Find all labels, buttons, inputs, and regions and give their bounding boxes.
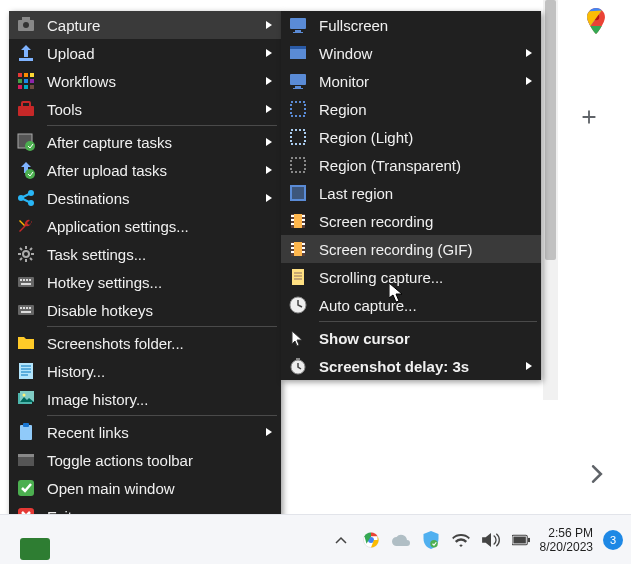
svg-rect-84: [513, 536, 525, 543]
svg-rect-47: [293, 32, 303, 33]
svg-rect-46: [295, 30, 301, 32]
menu-item-label: Workflows: [47, 73, 257, 90]
cursor-icon: [289, 329, 307, 347]
svg-rect-5: [18, 73, 22, 77]
menu-item[interactable]: Show cursor: [281, 324, 541, 352]
menu-item[interactable]: Application settings...: [9, 212, 281, 240]
svg-rect-85: [528, 537, 530, 541]
menu-item[interactable]: Upload: [9, 39, 281, 67]
menu-item[interactable]: Screen recording: [281, 207, 541, 235]
menu-item[interactable]: Monitor: [281, 67, 541, 95]
submenu-arrow-icon: [265, 427, 273, 437]
menu-item[interactable]: Tools: [9, 95, 281, 123]
menu-item[interactable]: Region (Light): [281, 123, 541, 151]
svg-rect-2: [22, 17, 30, 21]
wifi-icon[interactable]: [452, 531, 470, 549]
notification-badge[interactable]: 3: [603, 530, 623, 550]
svg-rect-64: [302, 215, 305, 217]
volume-icon[interactable]: [482, 531, 500, 549]
svg-point-3: [23, 22, 29, 28]
menu-item[interactable]: Recent links: [9, 418, 281, 446]
add-button[interactable]: [578, 106, 602, 130]
menu-separator: [47, 125, 277, 126]
images-icon: [17, 390, 35, 408]
keyboard-icon: [17, 273, 35, 291]
menu-item-label: Toggle actions toolbar: [47, 452, 273, 469]
menu-item-label: Recent links: [47, 424, 257, 441]
menu-item[interactable]: Hotkey settings...: [9, 268, 281, 296]
tray-chevron-up-icon[interactable]: [332, 531, 350, 549]
menu-item-label: Window: [319, 45, 517, 62]
svg-rect-39: [20, 425, 32, 440]
chevron-right-icon[interactable]: [583, 460, 611, 488]
menu-item[interactable]: Fullscreen: [281, 11, 541, 39]
svg-rect-62: [291, 219, 294, 221]
svg-rect-56: [291, 186, 305, 200]
svg-rect-9: [24, 79, 28, 83]
submenu-arrow-icon: [265, 137, 273, 147]
menu-item[interactable]: Auto capture...: [281, 291, 541, 319]
chrome-icon[interactable]: [362, 531, 380, 549]
menu-item[interactable]: Toggle actions toolbar: [9, 446, 281, 474]
menu-item[interactable]: Screenshots folder...: [9, 329, 281, 357]
clock-date: 8/20/2023: [540, 540, 593, 554]
menu-item[interactable]: Open main window: [9, 474, 281, 502]
menu-item[interactable]: Destinations: [9, 184, 281, 212]
menu-item[interactable]: Region: [281, 95, 541, 123]
taskbar-app-icon[interactable]: [20, 538, 50, 560]
camera-icon: [17, 16, 35, 34]
clock-time: 2:56 PM: [540, 526, 593, 540]
submenu-arrow-icon: [265, 48, 273, 58]
svg-rect-25: [23, 279, 25, 281]
maps-pin-icon[interactable]: [581, 6, 611, 36]
svg-rect-8: [18, 79, 22, 83]
svg-rect-24: [20, 279, 22, 281]
system-tray: [332, 531, 530, 549]
svg-rect-54: [291, 130, 305, 144]
menu-item[interactable]: After upload tasks: [9, 156, 281, 184]
battery-icon[interactable]: [512, 531, 530, 549]
menu-item[interactable]: Image history...: [9, 385, 281, 413]
grid-icon: [17, 72, 35, 90]
film-icon: [289, 212, 307, 230]
svg-rect-11: [18, 85, 22, 89]
svg-rect-66: [302, 223, 305, 225]
menu-item[interactable]: Workflows: [9, 67, 281, 95]
svg-rect-73: [302, 243, 305, 245]
onedrive-icon[interactable]: [392, 531, 410, 549]
menu-item-label: Screenshot delay: 3s: [319, 358, 517, 375]
svg-rect-42: [18, 454, 34, 457]
context-menu-main: CaptureUploadWorkflowsToolsAfter capture…: [9, 11, 281, 530]
menu-item[interactable]: Region (Transparent): [281, 151, 541, 179]
menu-item-label: Disable hotkeys: [47, 302, 273, 319]
menu-item[interactable]: After capture tasks: [9, 128, 281, 156]
submenu-arrow-icon: [265, 20, 273, 30]
keyboard-icon: [17, 301, 35, 319]
menu-item[interactable]: Capture: [9, 11, 281, 39]
security-icon[interactable]: [422, 531, 440, 549]
toolbar-icon: [17, 451, 35, 469]
menu-item[interactable]: Screen recording (GIF): [281, 235, 541, 263]
menu-item[interactable]: Screenshot delay: 3s: [281, 352, 541, 380]
svg-rect-70: [291, 243, 294, 245]
menu-item-label: Screen recording: [319, 213, 533, 230]
menu-item-label: History...: [47, 363, 273, 380]
menu-item-label: Open main window: [47, 480, 273, 497]
screenshot-after-icon: [17, 133, 35, 151]
submenu-arrow-icon: [265, 193, 273, 203]
scrollbar[interactable]: [543, 0, 558, 400]
region-trans-icon: [289, 156, 307, 174]
clock[interactable]: 2:56 PM 8/20/2023: [540, 526, 593, 554]
menu-item[interactable]: Scrolling capture...: [281, 263, 541, 291]
svg-rect-35: [19, 363, 33, 379]
menu-item-label: Image history...: [47, 391, 273, 408]
menu-item[interactable]: Task settings...: [9, 240, 281, 268]
svg-rect-13: [30, 85, 34, 89]
menu-item[interactable]: History...: [9, 357, 281, 385]
menu-item[interactable]: Last region: [281, 179, 541, 207]
menu-item-label: Capture: [47, 17, 257, 34]
menu-item[interactable]: Disable hotkeys: [9, 296, 281, 324]
menu-item[interactable]: Window: [281, 39, 541, 67]
svg-rect-71: [291, 247, 294, 249]
submenu-arrow-icon: [265, 104, 273, 114]
